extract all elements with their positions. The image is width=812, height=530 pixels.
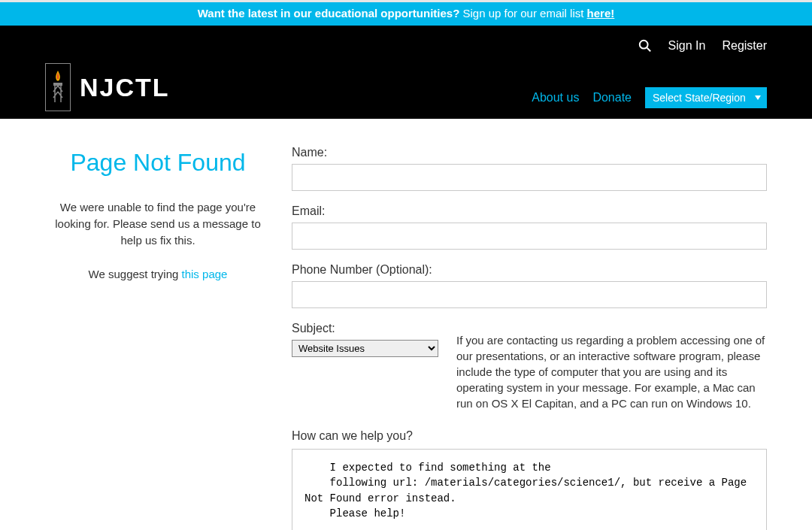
suggestion-prefix: We suggest trying: [89, 268, 182, 280]
name-input[interactable]: [292, 164, 767, 191]
donate-link[interactable]: Donate: [592, 91, 632, 104]
logo-mark: [45, 63, 71, 111]
subject-select[interactable]: Website Issues: [292, 340, 438, 357]
header-nav: About us Donate Select State/Region: [532, 87, 767, 108]
region-select[interactable]: Select State/Region: [645, 87, 767, 108]
svg-line-1: [647, 48, 650, 51]
main-content: Page Not Found We were unable to find th…: [0, 119, 812, 530]
announcement-bar: Want the latest in our educational oppor…: [0, 2, 812, 26]
announcement-bold: Want the latest in our educational oppor…: [198, 7, 460, 20]
search-icon[interactable]: [638, 39, 652, 53]
register-link[interactable]: Register: [722, 39, 767, 53]
about-link[interactable]: About us: [532, 91, 579, 104]
torch-icon: [50, 69, 65, 105]
page-title: Page Not Found: [45, 149, 271, 177]
announcement-link[interactable]: here!: [587, 7, 615, 20]
email-field: Email:: [292, 204, 767, 250]
left-column: Page Not Found We were unable to find th…: [45, 146, 271, 530]
logo-text: NJCTL: [80, 73, 170, 102]
suggestion-text: We suggest trying this page: [45, 266, 271, 283]
region-select-wrap: Select State/Region: [645, 87, 767, 108]
phone-input[interactable]: [292, 281, 767, 308]
help-label: How can we help you?: [292, 429, 767, 443]
subject-col: Subject: Website Issues: [292, 322, 438, 411]
subject-row: Subject: Website Issues If you are conta…: [292, 322, 767, 411]
email-input[interactable]: [292, 223, 767, 250]
contact-form: Name: Email: Phone Number (Optional): Su…: [292, 146, 767, 530]
phone-field: Phone Number (Optional):: [292, 263, 767, 308]
phone-label: Phone Number (Optional):: [292, 263, 767, 277]
name-field: Name:: [292, 146, 767, 191]
top-right-links: Sign In Register: [638, 39, 767, 53]
email-label: Email:: [292, 204, 767, 218]
logo[interactable]: NJCTL: [45, 63, 170, 111]
sign-in-link[interactable]: Sign In: [668, 39, 706, 53]
subject-note: If you are contacting us regarding a pro…: [456, 322, 767, 411]
svg-point-0: [639, 41, 647, 49]
help-textarea[interactable]: I expected to find something at the foll…: [292, 449, 767, 530]
suggestion-link[interactable]: this page: [182, 268, 228, 280]
name-label: Name:: [292, 146, 767, 159]
not-found-message: We were unable to find the page you're l…: [45, 199, 271, 248]
subject-label: Subject:: [292, 322, 438, 335]
announcement-text: Sign up for our email list: [459, 7, 586, 20]
site-header: NJCTL Sign In Register About us Donate S…: [0, 26, 812, 119]
help-field: How can we help you? I expected to find …: [292, 429, 767, 530]
